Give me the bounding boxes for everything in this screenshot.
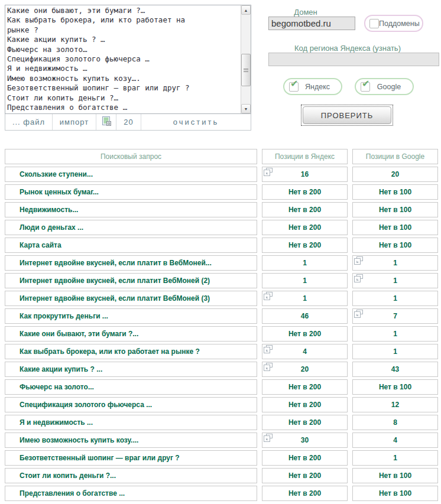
table-row: Интернет вдвойне вкусней, если платит Ве… <box>5 291 436 306</box>
yandex-position-cell: Нет в 200 <box>262 415 348 430</box>
query-text: Интернет вдвойне вкусней, если платит в … <box>20 259 212 267</box>
query-cell: Интернет вдвойне вкусней, если платит Ве… <box>5 291 257 306</box>
query-text: Люди о деньгах ... <box>20 223 83 232</box>
queries-textarea[interactable]: Какие они бывают, эти бумаги ?… Как выбр… <box>5 5 251 114</box>
yandex-position-cell: 4 <box>262 344 348 359</box>
subdomains-label: Поддомены <box>379 19 420 28</box>
google-position-cell: Нет в 100 <box>352 220 438 235</box>
position-value: Нет в 200 <box>288 383 321 391</box>
google-position-cell: 43 <box>352 362 438 377</box>
header-google-cell: Позиции в Google <box>352 149 438 164</box>
depth-value[interactable]: 20 <box>116 114 141 130</box>
position-value: Нет в 200 <box>288 418 321 427</box>
yandex-checkbox[interactable]: ✔ <box>289 82 299 92</box>
subdomains-toggle[interactable]: Поддомены <box>364 15 423 32</box>
google-position-cell: Нет в 100 <box>352 238 438 253</box>
yandex-toggle[interactable]: ✔ Яндекс <box>283 78 342 95</box>
query-cell: Фьючерс на золото... <box>5 379 257 395</box>
position-history-icon[interactable] <box>264 168 273 176</box>
google-position-cell: 8 <box>352 415 438 430</box>
clear-button[interactable]: очистить <box>141 114 251 130</box>
region-label[interactable]: Код региона Яндекса (узнать) <box>256 44 439 53</box>
position-value: 1 <box>393 277 397 285</box>
position-history-icon[interactable] <box>354 274 363 282</box>
query-cell: Как прокрутить деньги ... <box>5 308 257 324</box>
domain-input[interactable] <box>268 17 355 30</box>
scroll-down-button[interactable]: ▼ <box>241 104 251 113</box>
position-history-icon[interactable] <box>354 256 363 265</box>
scrollbar-track[interactable] <box>241 15 251 104</box>
position-value: 4 <box>303 347 307 356</box>
yandex-position-cell: 46 <box>262 308 348 324</box>
google-position-cell: Нет в 100 <box>352 184 438 200</box>
table-row: Фьючерс на золото...Нет в 200Нет в 100 <box>5 379 436 395</box>
import-button[interactable]: импорт <box>53 114 96 130</box>
yandex-position-cell: 1 <box>262 273 348 288</box>
position-value: Нет в 200 <box>288 330 321 338</box>
position-value: 1 <box>303 277 307 285</box>
yandex-position-cell: Нет в 200 <box>262 450 348 466</box>
position-history-icon[interactable] <box>264 292 273 300</box>
yandex-position-cell: Нет в 200 <box>262 397 348 412</box>
subdomains-checkbox[interactable] <box>369 19 379 28</box>
check-button-focus-ring: ПРОВЕРИТЬ <box>301 105 393 126</box>
scroll-up-button[interactable]: ▲ <box>241 5 251 15</box>
query-cell: Люди о деньгах ... <box>5 220 257 235</box>
position-value: Нет в 200 <box>288 454 321 462</box>
query-cell: Карта сайта <box>5 238 257 253</box>
position-value: Нет в 100 <box>379 241 411 249</box>
table-row: Спецификация золотого фьючерса ...Нет в … <box>5 397 436 412</box>
google-toggle[interactable]: ✔ Google <box>355 78 414 95</box>
queries-panel: Какие они бывают, эти бумаги ?… Как выбр… <box>5 5 251 131</box>
spreadsheet-gear-icon <box>101 116 111 128</box>
query-cell: Интернет вдвойне вкусней, если платит Ве… <box>5 273 257 288</box>
table-row: Стоит ли копить деньги ?...Нет в 200Нет … <box>5 468 436 483</box>
position-history-icon[interactable] <box>264 363 273 371</box>
page: Какие они бывают, эти бумаги ?… Как выбр… <box>0 0 441 504</box>
position-value: 12 <box>391 401 399 409</box>
table-row: Недвижимость...Нет в 200Нет в 100 <box>5 202 436 217</box>
position-value: 30 <box>301 436 309 444</box>
table-row: Рынок ценных бумаг...Нет в 200Нет в 100 <box>5 184 436 200</box>
query-text: Представления о богатстве ... <box>20 489 125 498</box>
google-position-cell: Нет в 100 <box>352 202 438 217</box>
import-settings-button[interactable] <box>96 114 116 130</box>
google-position-cell: 7 <box>352 308 438 324</box>
query-cell: Безответственный шопинг — враг или друг … <box>5 450 257 466</box>
position-value: 1 <box>393 347 397 356</box>
table-row: Как прокрутить деньги ...467 <box>5 308 436 324</box>
query-cell: Интернет вдвойне вкусней, если платит в … <box>5 255 257 271</box>
table-row: Скользкие ступени...1620 <box>5 167 436 182</box>
yandex-position-cell: Нет в 200 <box>262 326 348 342</box>
region-input[interactable] <box>268 53 439 66</box>
yandex-position-cell: Нет в 200 <box>262 468 348 483</box>
google-checkbox[interactable]: ✔ <box>361 82 370 92</box>
position-value: 1 <box>393 294 397 303</box>
position-value: Нет в 200 <box>288 223 321 232</box>
google-label: Google <box>370 83 408 91</box>
table-header-row: Поисковый запрос Позиции в Яндекс Позици… <box>5 149 436 164</box>
yandex-position-cell: 16 <box>262 167 348 182</box>
position-value: Нет в 100 <box>379 489 411 498</box>
scroll-up-icon: ▲ <box>244 8 248 12</box>
scrollbar-thumb[interactable] <box>241 54 251 86</box>
top-section: Какие они бывают, эти бумаги ?… Как выбр… <box>5 5 436 136</box>
header-yandex-cell: Позиции в Яндекс <box>262 149 348 164</box>
position-value: Нет в 100 <box>379 206 411 214</box>
google-position-cell: 20 <box>352 167 438 182</box>
position-value: Нет в 200 <box>288 401 321 409</box>
query-cell: Стоит ли копить деньги ?... <box>5 468 257 483</box>
query-text: Какие они бывают, эти бумаги ?... <box>20 330 138 338</box>
position-value: Нет в 200 <box>288 188 321 196</box>
query-text: Какие акции купить ? ... <box>20 365 102 373</box>
file-button[interactable]: ... файл <box>5 114 53 130</box>
table-row: Интернет вдвойне вкусней, если платит Ве… <box>5 273 436 288</box>
scrollbar[interactable]: ▲ ▼ <box>241 5 251 113</box>
position-history-icon[interactable] <box>264 345 273 353</box>
check-button[interactable]: ПРОВЕРИТЬ <box>303 106 391 124</box>
position-history-icon[interactable] <box>264 434 273 442</box>
query-cell: Представления о богатстве ... <box>5 486 257 501</box>
query-text: Рынок ценных бумаг... <box>20 188 99 196</box>
query-text: Как выбрать брокера, или кто работает на… <box>20 347 200 356</box>
position-history-icon[interactable] <box>354 310 363 318</box>
